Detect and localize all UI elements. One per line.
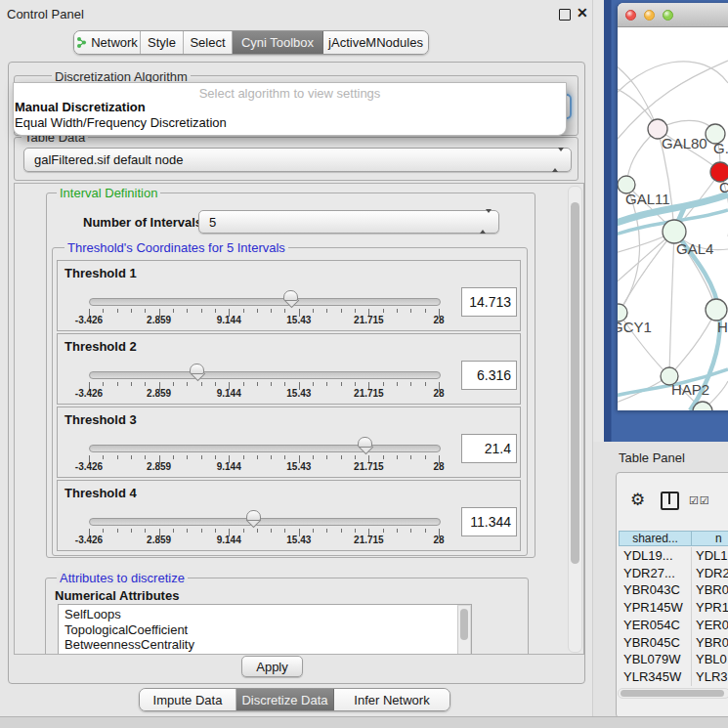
panel-title: Control Panel (7, 7, 84, 21)
slider-tick-label: 21.715 (354, 461, 384, 472)
apply-button[interactable]: Apply (241, 656, 303, 677)
thumb-top (190, 364, 204, 374)
slider-tick (284, 382, 285, 386)
table-data-combo[interactable]: galFiltered.sif default node (23, 148, 572, 172)
slider-tick-label: 9.144 (217, 388, 241, 399)
table-cell-shared-name: YBL079W (623, 652, 681, 666)
threshold-slider-thumb[interactable] (190, 364, 204, 380)
number-of-intervals-value: 5 (209, 215, 216, 230)
threshold-value-field[interactable]: 14.713 (461, 287, 517, 317)
slider-tick (326, 382, 327, 386)
zoom-traffic-light[interactable] (663, 10, 673, 21)
tab-style[interactable]: Style (141, 31, 184, 54)
menu-item-equal-width-frequency-discretization[interactable]: Equal Width/Frequency Discretization (15, 115, 227, 130)
slider-tick-label: -3.426 (75, 461, 103, 472)
table-data-combo-value: galFiltered.sif default node (34, 152, 183, 167)
list-item-topologicalcoefficient[interactable]: TopologicalCoefficient (59, 622, 471, 638)
slider-tick (313, 382, 314, 386)
threshold-value-field[interactable]: 6.316 (461, 361, 517, 390)
numerical-attributes-list[interactable]: SelfLoopsTopologicalCoefficientBetweenne… (58, 604, 472, 655)
attribute-items: SelfLoopsTopologicalCoefficientBetweenne… (59, 605, 471, 653)
tab-infer-network[interactable]: Infer Network (334, 689, 450, 710)
table-cell-shared-name: YDL19... (623, 548, 673, 563)
slider-tick (397, 382, 398, 386)
tab-cyni-toolbox[interactable]: Cyni Toolbox (233, 31, 323, 54)
tab-discretize-data[interactable]: Discretize Data (236, 689, 334, 710)
settings-scrollbar[interactable] (568, 186, 582, 653)
close-icon[interactable]: ✕ (577, 5, 588, 21)
slider-tick (173, 455, 174, 459)
slider-tick-label: 28 (433, 388, 444, 399)
list-item-selfloops[interactable]: SelfLoops (59, 607, 471, 622)
table-row[interactable]: YBL079WYBL0 (619, 651, 728, 668)
threshold-block-2: Threshold 2-3.4262.8599.14415.4321.71528… (57, 333, 521, 405)
tab-network[interactable]: Network (74, 31, 141, 54)
threshold-slider-track[interactable] (89, 371, 441, 379)
tab-select[interactable]: Select (184, 31, 233, 54)
split-panel-icon[interactable] (661, 492, 679, 510)
minimize-traffic-light[interactable] (644, 10, 655, 21)
threshold-slider-thumb[interactable] (283, 290, 298, 307)
close-traffic-light[interactable] (625, 10, 636, 21)
slider-tick-label: 28 (433, 315, 444, 325)
table-row[interactable]: YER054CYER0 (619, 617, 728, 634)
threshold-slider-thumb[interactable] (246, 510, 261, 527)
table-hscrollbar-thumb[interactable] (621, 690, 724, 697)
algorithm-dropdown: Select algorithm to view settings Manual… (13, 82, 567, 136)
menu-item-manual-discretization[interactable]: Manual Discretization (15, 100, 146, 114)
table-hscrollbar[interactable] (618, 688, 728, 699)
slider-tick (131, 309, 132, 313)
table-cell-shared-name: YBR043C (623, 582, 680, 597)
slider-tick (284, 309, 285, 313)
slider-tick-label: 21.715 (354, 535, 384, 545)
table-column-header-shared[interactable]: shared... (619, 531, 692, 546)
threshold-value-field[interactable]: 11.344 (461, 507, 517, 536)
table-column-header-name[interactable]: n (691, 531, 728, 546)
combo-arrows-icon (480, 213, 492, 231)
number-of-intervals-combo[interactable]: 5 (198, 210, 499, 234)
float-window-icon[interactable] (559, 9, 571, 21)
threshold-slider-track[interactable] (89, 445, 441, 452)
slider-tick (145, 309, 146, 313)
slider-tick-label: -3.426 (75, 388, 103, 399)
table-row[interactable]: YBR045CYBR0 (619, 634, 728, 652)
slider-tick (313, 529, 314, 533)
tab-label: Discretize Data (241, 693, 327, 707)
table-cell-name: YBL0 (696, 652, 727, 666)
select-columns-icon[interactable]: ☑☑ (689, 494, 710, 507)
tab-jactivemnodules[interactable]: jActiveMNodules (323, 31, 428, 54)
threshold-value-field[interactable]: 21.4 (461, 434, 517, 463)
table-row[interactable]: YPR145WYPR1 (619, 599, 728, 617)
slider-tick (383, 455, 384, 459)
attributes-list-scrollbar-thumb[interactable] (460, 609, 468, 640)
slider-tick (284, 455, 285, 459)
table-row[interactable]: YDR27...YDR2 (619, 565, 728, 582)
table-row[interactable]: YDL19...YDL1 (619, 547, 728, 565)
attributes-list-scrollbar[interactable] (457, 605, 471, 655)
list-item-betweennesscentrality[interactable]: BetweennessCentrality (59, 637, 471, 653)
tab-impute-data[interactable]: Impute Data (140, 689, 236, 710)
settings-scrollbar-thumb[interactable] (571, 202, 579, 564)
threshold-label: Threshold 3 (64, 412, 137, 427)
settings-scroll-viewport: Interval Definition Number of Intervals … (14, 183, 584, 655)
table-column-divider (691, 547, 692, 686)
attributes-group-title: Attributes to discretize (57, 572, 188, 584)
network-node-label: GCY1 (618, 319, 652, 335)
slider-tick (397, 529, 398, 533)
slider-tick (355, 529, 356, 533)
slider-tick (355, 309, 356, 313)
network-icon (76, 36, 87, 49)
slider-tick (131, 382, 132, 386)
threshold-slider-thumb[interactable] (358, 437, 372, 453)
threshold-slider-track[interactable] (89, 298, 441, 306)
slider-tick (117, 455, 118, 459)
slider-tick (215, 382, 216, 386)
table-row[interactable]: YBR043CYBR0 (619, 581, 728, 599)
slider-tick (215, 309, 216, 313)
network-node-h[interactable] (706, 299, 727, 321)
table-cell-name: YDL1 (696, 548, 728, 563)
threshold-slider-track[interactable] (89, 518, 441, 526)
network-view[interactable]: GAL80G.CGAL11GAL4GCY1HHAP2 (618, 26, 728, 410)
table-row[interactable]: YLR345WYLR3 (619, 668, 728, 686)
table-settings-gear-icon[interactable]: ⚙ (630, 492, 645, 508)
